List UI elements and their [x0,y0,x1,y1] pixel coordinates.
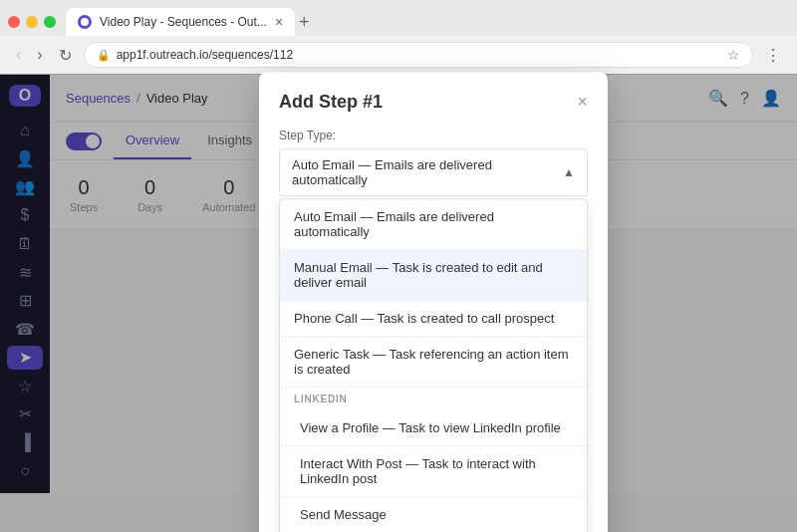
modal-overlay[interactable]: Add Step #1 × Step Type: Auto Email — Em… [0,74,797,532]
browser-chrome: Video Play - Sequences - Out... × + ‹ › … [0,0,797,75]
dropdown-item-view-profile[interactable]: View a Profile — Task to view LinkedIn p… [280,410,587,446]
window-controls [8,16,56,28]
back-button[interactable]: ‹ [12,44,25,66]
refresh-button[interactable]: ↻ [55,44,76,67]
select-value: Auto Email — Emails are delivered automa… [292,157,563,187]
dropdown-item-interact-post[interactable]: Interact With Post — Task to interact wi… [280,446,587,497]
dropdown-item-auto-email[interactable]: Auto Email — Emails are delivered automa… [280,199,587,250]
modal-header: Add Step #1 × [259,72,608,129]
url-input[interactable]: 🔒 app1f.outreach.io/sequences/112 ☆ [84,42,753,68]
url-text: app1f.outreach.io/sequences/112 [117,48,293,62]
add-step-modal: Add Step #1 × Step Type: Auto Email — Em… [259,72,608,532]
step-type-label: Step Type: [279,129,588,142]
maximize-control[interactable] [44,16,56,28]
forward-button[interactable]: › [33,44,46,66]
step-type-select[interactable]: Auto Email — Emails are delivered automa… [279,148,588,196]
modal-body: Step Type: Auto Email — Emails are deliv… [259,129,608,532]
bookmark-icon[interactable]: ☆ [727,47,740,63]
tab-bar: Video Play - Sequences - Out... × + [0,0,797,36]
dropdown-item-phone-call[interactable]: Phone Call — Task is created to call pro… [280,301,587,337]
dropdown-item-generic-task[interactable]: Generic Task — Task referencing an actio… [280,337,587,388]
dropdown-item-send-message[interactable]: Send Message [280,497,587,532]
modal-title: Add Step #1 [279,92,383,113]
linkedin-section-header: LINKEDIN [280,388,587,410]
address-bar: ‹ › ↻ 🔒 app1f.outreach.io/sequences/112 … [0,36,797,74]
lock-icon: 🔒 [97,49,111,62]
active-tab[interactable]: Video Play - Sequences - Out... × [66,8,295,36]
settings-icon[interactable]: ⋮ [761,44,785,67]
dropdown-item-manual-email[interactable]: Manual Email — Task is created to edit a… [280,250,587,301]
minimize-control[interactable] [26,16,38,28]
close-control[interactable] [8,16,20,28]
new-tab-button[interactable]: + [299,12,310,33]
tab-favicon [78,15,92,29]
step-type-dropdown: Auto Email — Emails are delivered automa… [279,198,588,532]
tab-close-button[interactable]: × [275,14,283,30]
chevron-up-icon: ▲ [563,165,575,179]
modal-close-button[interactable]: × [577,92,588,113]
tab-title: Video Play - Sequences - Out... [100,15,267,29]
